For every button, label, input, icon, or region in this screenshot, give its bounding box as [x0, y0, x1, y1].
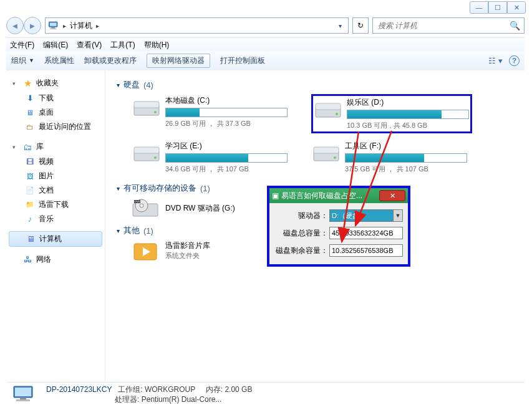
details-name: DP-20140723LKCY — [46, 385, 112, 394]
sidebar-favorites[interactable]: ▾★收藏夹 — [6, 75, 105, 91]
sidebar-item-downloads[interactable]: ⬇下载 — [6, 91, 105, 105]
svg-point-12 — [154, 156, 157, 159]
sidebar-libraries[interactable]: ▾🗂库 — [6, 139, 105, 155]
sidebar-item-computer[interactable]: 🖥计算机 — [9, 231, 102, 247]
view-options-button[interactable]: ☷ ▾ — [488, 56, 503, 65]
svg-rect-26 — [16, 399, 30, 401]
dialog-titlebar[interactable]: ▣ 易语言如何取磁盘占空... ✕ — [269, 188, 408, 203]
drive-name: 本地磁盘 (C:) — [165, 95, 288, 106]
svg-point-18 — [140, 204, 143, 207]
svg-rect-11 — [134, 147, 159, 153]
menubar: 文件(F) 编辑(E) 查看(V) 工具(T) 帮助(H) — [6, 37, 525, 52]
maximize-button[interactable]: ☐ — [488, 1, 507, 14]
chevron-right-icon: ▸ — [95, 22, 100, 29]
libraries-icon: 🗂 — [22, 143, 32, 151]
media-folder-icon — [132, 240, 159, 261]
sidebar-network[interactable]: 🖧网络 — [6, 252, 105, 267]
search-input[interactable] — [377, 21, 510, 31]
drive-item[interactable]: 娱乐区 (D:)10.3 GB 可用 , 共 45.8 GB — [311, 94, 472, 133]
dialog-free-value: 10.35256576538GB — [329, 244, 403, 257]
toolbar-map-drive[interactable]: 映射网络驱动器 — [147, 54, 210, 68]
sidebar-item-recent[interactable]: 🗀最近访问的位置 — [6, 120, 105, 134]
drive-name: 工具区 (F:) — [345, 141, 467, 151]
address-bar[interactable]: ▸ 计算机 ▸ ▾ — [45, 17, 349, 34]
svg-rect-1 — [50, 23, 57, 26]
hdd-icon — [312, 142, 340, 163]
menu-edit[interactable]: 编辑(E) — [43, 40, 68, 50]
toolbar: 组织 ▼ 系统属性 卸载或更改程序 映射网络驱动器 打开控制面板 ☷ ▾ ? — [6, 51, 525, 70]
details-mem: 2.00 GB — [225, 385, 252, 394]
forward-button[interactable]: ► — [24, 17, 41, 34]
documents-icon: 📄 — [25, 186, 35, 195]
help-button[interactable]: ? — [509, 55, 520, 66]
close-button[interactable]: ✕ — [507, 1, 526, 14]
drive-item[interactable]: 本地磁盘 (C:)26.9 GB 可用 ， 共 37.3 GB — [132, 94, 289, 133]
drive-usage-bar — [347, 110, 469, 119]
drive-name: 娱乐区 (D:) — [347, 97, 469, 108]
svg-rect-2 — [51, 27, 55, 29]
section-hdd[interactable]: ▾硬盘 (4) — [117, 79, 518, 90]
dialog-total-label: 磁盘总容量： — [274, 228, 328, 239]
menu-file[interactable]: 文件(F) — [10, 40, 34, 50]
main-area: ▾★收藏夹 ⬇下载 🖥桌面 🗀最近访问的位置 ▾🗂库 🎞视频 🖼图片 📄文档 📁… — [6, 70, 525, 381]
sidebar-item-documents[interactable]: 📄文档 — [6, 183, 105, 198]
drive-item[interactable]: 学习区 (E:)34.6 GB 可用 ， 共 107 GB — [132, 140, 289, 175]
dialog-free-label: 磁盘剩余容量： — [274, 246, 328, 256]
details-workgroup-label: 工作组: — [118, 385, 142, 394]
hdd-icon — [133, 142, 160, 163]
toolbar-system-properties[interactable]: 系统属性 — [44, 55, 74, 66]
toolbar-control-panel[interactable]: 打开控制面板 — [220, 55, 265, 66]
dialog-drive-label: 驱动器： — [274, 211, 328, 221]
drive-free-text: 26.9 GB 可用 ， 共 37.3 GB — [165, 119, 288, 128]
toolbar-uninstall[interactable]: 卸载或更改程序 — [84, 55, 137, 66]
minimize-button[interactable]: — — [470, 1, 488, 14]
svg-rect-3 — [50, 29, 57, 30]
menu-view[interactable]: 查看(V) — [77, 40, 102, 50]
organize-button[interactable]: 组织 ▼ — [11, 55, 34, 66]
drive-grid: 本地磁盘 (C:)26.9 GB 可用 ， 共 37.3 GB娱乐区 (D:)1… — [117, 94, 518, 175]
sidebar-item-desktop[interactable]: 🖥桌面 — [6, 105, 105, 120]
drive-usage-bar — [165, 108, 288, 117]
drive-free-text: 10.3 GB 可用 , 共 45.8 GB — [347, 121, 469, 130]
menu-help[interactable]: 帮助(H) — [144, 40, 170, 50]
details-pane: DP-20140723LKCY 工作组: WORKGROUP 内存: 2.00 … — [6, 382, 525, 406]
chevron-right-icon: ▸ — [62, 22, 67, 29]
svg-point-15 — [334, 156, 336, 159]
other-item-name: 迅雷影音片库 — [165, 241, 210, 251]
sidebar-item-music[interactable]: ♪音乐 — [6, 212, 105, 226]
svg-rect-5 — [134, 102, 159, 108]
drive-item[interactable]: 工具区 (F:)37.5 GB 可用 ， 共 107 GB — [311, 140, 468, 175]
menu-tools[interactable]: 工具(T) — [110, 40, 135, 50]
svg-rect-8 — [316, 103, 341, 110]
svg-text:DVD: DVD — [135, 200, 140, 203]
hdd-icon — [314, 98, 342, 120]
network-icon: 🖧 — [22, 255, 32, 264]
refresh-button[interactable]: ↻ — [352, 17, 369, 34]
search-box[interactable]: 🔍 — [372, 17, 525, 34]
computer-icon — [48, 21, 59, 31]
address-dropdown[interactable]: ▾ — [334, 22, 346, 29]
dialog-app-icon: ▣ — [272, 191, 279, 200]
sidebar-item-pictures[interactable]: 🖼图片 — [6, 169, 105, 183]
svg-rect-14 — [314, 147, 339, 153]
disk-info-dialog: ▣ 易语言如何取磁盘占空... ✕ 驱动器： D:（硬盘）▼ 磁盘总容量： 45… — [267, 186, 410, 267]
sidebar-item-thunder[interactable]: 📁迅雷下载 — [6, 198, 105, 212]
dialog-drive-combo[interactable]: D:（硬盘）▼ — [329, 209, 403, 222]
back-button[interactable]: ◄ — [6, 17, 24, 34]
svg-point-6 — [154, 111, 157, 113]
search-icon: 🔍 — [510, 21, 520, 31]
window-controls: — ☐ ✕ — [470, 1, 526, 14]
hdd-icon — [133, 97, 160, 118]
dvd-icon: DVD — [132, 198, 159, 219]
svg-point-9 — [336, 113, 338, 115]
dialog-close-button[interactable]: ✕ — [379, 190, 405, 201]
details-cpu-label: 处理器: — [115, 395, 139, 404]
drive-free-text: 37.5 GB 可用 ， 共 107 GB — [345, 164, 467, 174]
breadcrumb-computer[interactable]: 计算机 — [70, 21, 92, 31]
nav-back-forward: ◄ ► — [6, 16, 41, 35]
sidebar-item-videos[interactable]: 🎞视频 — [6, 155, 105, 169]
dialog-title: 易语言如何取磁盘占空... — [281, 191, 377, 201]
drive-name: 学习区 (E:) — [165, 141, 288, 151]
recent-icon: 🗀 — [25, 123, 35, 131]
svg-rect-25 — [20, 398, 26, 399]
